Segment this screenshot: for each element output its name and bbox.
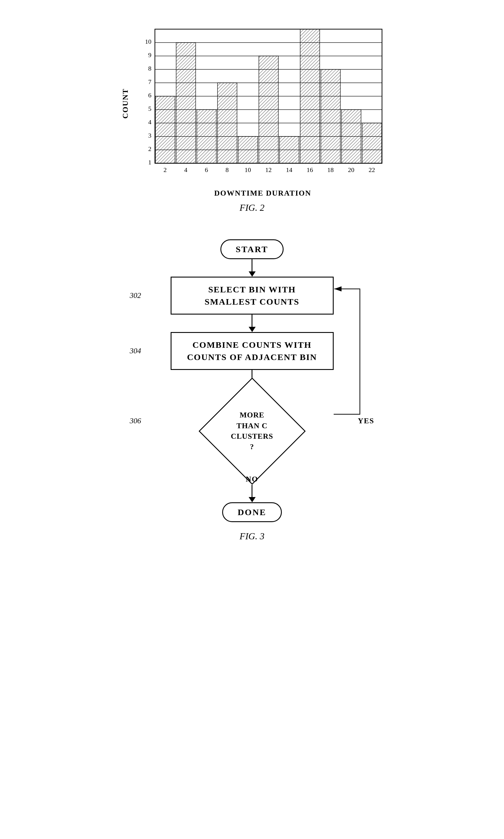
svg-text:2: 2 [148,145,151,152]
x-axis-label: DOWNTIME DURATION [132,189,394,198]
svg-rect-31 [362,123,382,163]
step-304-process: COMBINE COUNTS WITH COUNTS OF ADJACENT B… [170,332,334,370]
svg-text:4: 4 [184,166,187,173]
diamond-line3: CLUSTERS [231,431,273,442]
svg-rect-26 [259,56,278,163]
yes-label: YES [358,416,374,425]
svg-text:2: 2 [164,166,167,173]
diamond-line4: ? [231,442,273,452]
svg-text:14: 14 [286,166,292,173]
svg-text:8: 8 [226,166,229,173]
svg-rect-23 [197,109,216,163]
step-306-diamond-wrapper: MORE THAN C CLUSTERS ? [203,393,302,469]
svg-rect-29 [321,69,340,163]
step-306-row: 306 MORE THAN C CLUSTERS ? YES [121,388,383,475]
svg-text:6: 6 [205,166,208,173]
arrow-start-to-302 [249,259,256,277]
svg-text:5: 5 [148,105,151,112]
done-terminal: DONE [222,502,282,522]
fig2-caption: FIG. 2 [240,202,264,213]
arrow-306-to-done: NO [246,475,258,502]
step-304-text-line1: COMBINE COUNTS WITH [193,340,311,349]
svg-text:18: 18 [327,166,334,173]
svg-text:7: 7 [148,78,151,85]
step-302-label: 302 [130,291,141,300]
step-304-text-line2: COUNTS OF ADJACENT BIN [187,352,317,362]
svg-rect-28 [300,29,320,163]
svg-text:9: 9 [148,51,151,58]
diamond-line1: MORE [231,410,273,421]
svg-text:6: 6 [148,91,151,99]
y-axis-label: COUNT [121,88,130,119]
svg-rect-25 [238,136,258,163]
histogram-svg: 1 2 3 4 5 6 7 8 9 10 [132,23,394,187]
svg-text:8: 8 [148,65,151,72]
step-302-text-line2: SMALLEST COUNTS [205,297,299,306]
arrow-no-down [249,485,256,502]
svg-text:20: 20 [348,166,354,173]
svg-text:10: 10 [245,166,251,173]
arrow-302-to-304 [249,314,256,332]
flowchart: START 302 SELECT BIN WITH SMALLEST COUNT… [121,239,383,522]
svg-text:1: 1 [148,159,151,166]
step-304-row: 304 COMBINE COUNTS WITH COUNTS OF ADJACE… [121,332,383,370]
no-label: NO [246,475,258,484]
svg-text:22: 22 [368,166,375,173]
svg-text:16: 16 [307,166,313,173]
fig2-section: COUNT [110,23,394,213]
start-terminal: START [220,239,284,259]
step-302-process: SELECT BIN WITH SMALLEST COUNTS [170,277,334,314]
svg-text:12: 12 [265,166,272,173]
svg-text:3: 3 [148,132,151,139]
fig3-caption: FIG. 3 [240,531,264,542]
step-306-label: 306 [130,416,141,425]
step-302-text-line1: SELECT BIN WITH [208,285,296,294]
chart-area: COUNT [110,23,394,198]
svg-text:4: 4 [148,118,151,126]
diamond-line2: THAN C [231,421,273,431]
svg-rect-21 [156,96,175,163]
svg-rect-27 [280,136,299,163]
svg-rect-24 [217,83,237,163]
step-302-row: 302 SELECT BIN WITH SMALLEST COUNTS [121,277,383,314]
step-304-label: 304 [130,347,141,355]
chart-wrapper: 1 2 3 4 5 6 7 8 9 10 [132,23,394,198]
step-306-diamond-text: MORE THAN C CLUSTERS ? [231,410,273,452]
svg-rect-30 [342,109,361,163]
svg-text:10: 10 [145,38,151,45]
fig3-section: START 302 SELECT BIN WITH SMALLEST COUNT… [121,239,383,542]
svg-rect-22 [176,42,196,163]
